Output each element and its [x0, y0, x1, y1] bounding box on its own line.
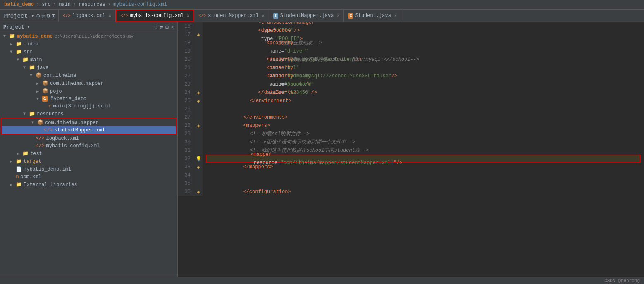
sidebar-item-idea[interactable]: ▶ 📁 .idea [0, 40, 177, 48]
sidebar-item-mapper-pkg[interactable]: ▶ 📦 com.itheima.mapper [0, 79, 177, 87]
gutter-34 [194, 171, 203, 179]
project-dropdown[interactable]: Project ▾ [3, 12, 35, 19]
arrow-icon: ▼ [3, 34, 9, 38]
tab-studentMapper[interactable]: </> studentMapper.xml ✕ [194, 10, 269, 22]
tab-StudentMapper-close[interactable]: ✕ [337, 13, 339, 18]
gutter-24: ◈ [194, 88, 203, 97]
tag: </configuration> [243, 189, 291, 195]
gutter-20 [194, 55, 203, 64]
folder-icon: 📁 [16, 49, 22, 55]
sidebar-item-main-method[interactable]: m main(String[]):void [0, 103, 177, 110]
xml-icon: </> [44, 127, 53, 133]
tab-studentMapper-label: studentMapper.xml [208, 13, 258, 19]
tab-StudentMapper-java[interactable]: I StudentMapper.java ✕ [269, 10, 344, 22]
sidebar-label-external: External Libraries [24, 182, 77, 188]
folder-icon: 📁 [29, 111, 35, 117]
editor[interactable]: 16 17 18 19 20 21 22 23 24 25 26 27 28 2… [178, 22, 644, 277]
sidebar-icon-settings[interactable]: ⇌ [160, 24, 163, 30]
ctrl-icon3[interactable]: ⚙ [47, 12, 50, 19]
gutter-35 [194, 179, 203, 188]
breadcrumb-src[interactable]: src [42, 2, 51, 7]
sidebar-label-mybatis-demo: mybatis_demo [17, 33, 52, 39]
gutter-22 [194, 72, 203, 80]
package-icon: 📦 [37, 119, 43, 126]
sidebar-item-studentMapper-xml[interactable]: </> studentMapper.xml [2, 126, 176, 134]
arrow-icon: ▼ [23, 65, 29, 70]
sidebar-item-mybatis-config-xml[interactable]: </> mybatis-config.xml [0, 142, 177, 150]
sidebar-label-main: main [30, 57, 42, 63]
tab-mybatis-close[interactable]: ✕ [187, 13, 189, 18]
tag: <property [266, 40, 293, 46]
gutter-19 [194, 47, 203, 55]
arrow-icon: ▶ [10, 159, 16, 164]
tag: <property [266, 73, 293, 79]
sidebar-title: Project ▾ [3, 24, 30, 30]
tab-logback[interactable]: </> logback.xml ✕ [59, 10, 115, 22]
ctrl-icon2[interactable]: ⇌ [41, 12, 45, 19]
sidebar-item-pojo[interactable]: ▶ 📦 pojo [0, 87, 177, 95]
sidebar-label-pojo: pojo [50, 88, 62, 94]
sidebar-item-iml[interactable]: 📄 mybatis_demo.iml [0, 165, 177, 173]
arrow-icon: ▼ [31, 120, 37, 125]
tab-mybatis-config[interactable]: </> mybatis-config.xml ✕ [116, 10, 195, 22]
breadcrumb: batis_demo › src › main › resources › my… [0, 0, 644, 10]
sidebar-label-idea: .idea [24, 41, 38, 47]
tab-StudentMapper-label: StudentMapper.java [280, 13, 334, 19]
code-line-27: </environments> [206, 113, 641, 122]
package-icon: 📦 [42, 88, 48, 94]
tab-studentMapper-close[interactable]: ✕ [262, 13, 265, 18]
sidebar-item-external[interactable]: ▶ 📁 External Libraries [0, 181, 177, 189]
sidebar-item-main[interactable]: ▼ 📁 main [0, 56, 177, 64]
folder-icon: 📁 [16, 181, 22, 188]
tab-Student-close[interactable]: ✕ [394, 13, 397, 18]
breadcrumb-sep4: › [108, 2, 111, 7]
arrow-icon: ▶ [10, 42, 16, 47]
sidebar-item-mybatis-demo[interactable]: ▼ 📁 mybatis_demo C:\Users\DELL\IdeaProje… [0, 32, 177, 40]
sidebar: Project ▾ ⚙ ⇌ ⊟ ✕ ▼ 📁 mybatis_demo C:\Us… [0, 22, 178, 277]
ctrl-icon1[interactable]: ⊕ [36, 12, 40, 19]
gutter-18 [194, 39, 203, 47]
folder-icon: 📁 [22, 150, 29, 157]
breadcrumb-sep1: › [36, 2, 39, 7]
arrow-icon: ▼ [36, 97, 42, 101]
sidebar-header: Project ▾ ⚙ ⇌ ⊟ ✕ [0, 22, 177, 32]
sidebar-item-resources[interactable]: ▼ 📁 resources [0, 110, 177, 118]
ctrl-icon4[interactable]: ⊞ [52, 12, 55, 19]
sidebar-icon-gear[interactable]: ⚙ [155, 24, 157, 30]
sidebar-item-mybatis-demo-class[interactable]: ▼ C Mybatis_demo [0, 95, 177, 103]
sidebar-item-src[interactable]: ▼ 📁 src [0, 48, 177, 56]
gutter-25: ◈ [194, 97, 203, 105]
sidebar-label-pom: pom.xml [20, 174, 41, 180]
package-icon: 📦 [42, 80, 48, 86]
code-line-36: </configuration> [206, 188, 641, 196]
main-area: Project ▾ ⚙ ⇌ ⊟ ✕ ▼ 📁 mybatis_demo C:\Us… [0, 22, 644, 277]
sidebar-item-pom[interactable]: m pom.xml [0, 173, 177, 181]
editor-controls: Project ▾ ⊕ ⇌ ⚙ ⊞ [0, 10, 59, 22]
pom-icon: m [16, 174, 19, 180]
sidebar-item-java[interactable]: ▼ 📁 java [0, 64, 177, 72]
sidebar-icon-close[interactable]: ✕ [171, 24, 174, 30]
sidebar-item-test[interactable]: ▶ 📁 test [0, 150, 177, 158]
breadcrumb-project[interactable]: batis_demo [4, 2, 34, 7]
breadcrumb-resources[interactable]: resources [79, 2, 105, 7]
sidebar-item-target[interactable]: ▶ 📁 target [0, 158, 177, 165]
gutter-33: ◈ [194, 163, 203, 171]
breadcrumb-main[interactable]: main [59, 2, 71, 7]
sidebar-label-java: java [37, 65, 49, 71]
sidebar-icon-collapse[interactable]: ⊟ [166, 24, 169, 30]
breadcrumb-sep2: › [53, 2, 56, 7]
gutter-26 [194, 105, 203, 113]
sidebar-icons: ⚙ ⇌ ⊟ ✕ [155, 24, 174, 30]
tab-logback-close[interactable]: ✕ [109, 13, 111, 18]
line-numbers: 16 17 18 19 20 21 22 23 24 25 26 27 28 2… [178, 22, 194, 196]
breadcrumb-file[interactable]: mybatis-config.xml [113, 2, 167, 7]
gutter-27 [194, 113, 203, 122]
interface-icon: I [273, 13, 278, 19]
sidebar-item-com-itheima[interactable]: ▼ 📦 com.itheima [0, 72, 177, 79]
arrow-icon: ▶ [36, 89, 42, 94]
sidebar-item-logback-xml[interactable]: </> logback.xml [0, 135, 177, 142]
code-lines[interactable]: <transactionManager type="JDBC"/> <dataS… [203, 22, 644, 196]
tag: </mappers> [243, 164, 273, 170]
sidebar-item-com-itheima-mapper-res[interactable]: ▼ 📦 com.itheima.mapper [2, 119, 176, 126]
tab-Student-java[interactable]: C Student.java ✕ [344, 10, 401, 22]
